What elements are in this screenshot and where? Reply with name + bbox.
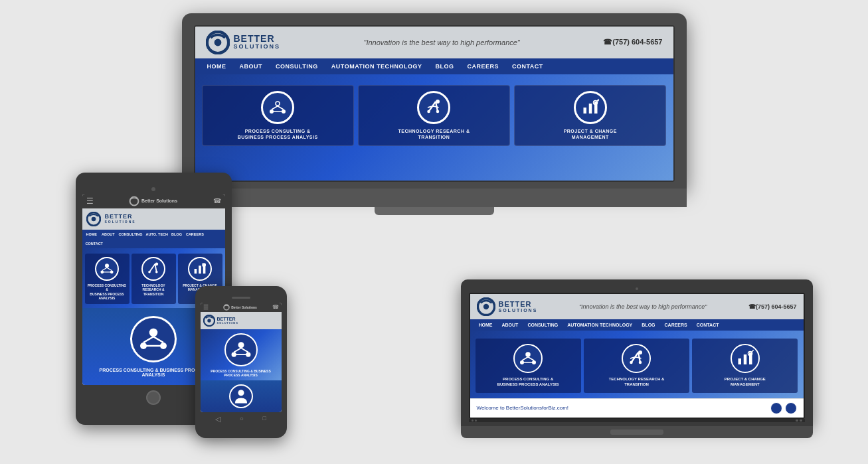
tablet-brand-name: Better Solutions [141, 198, 177, 203]
svg-line-38 [153, 337, 163, 343]
laptop-logo-solutions: SOLUTIONS [499, 308, 538, 313]
phone-hamburger-icon[interactable]: ☰ [203, 304, 209, 311]
tablet-logo-text: BETTER SOLUTIONS [105, 214, 136, 224]
laptop-thumb-1 [770, 402, 782, 414]
svg-line-37 [143, 337, 153, 343]
nav-about[interactable]: ABOUT [233, 58, 270, 74]
tablet-nav-home[interactable]: HOME [84, 230, 100, 239]
svg-line-24 [102, 268, 107, 270]
phone-service-icon [224, 333, 258, 366]
laptop-frame: BETTER SOLUTIONS "Innovation is the best… [461, 279, 813, 426]
tablet-phone-icon[interactable]: ☎ [213, 197, 221, 204]
laptop-service-icon-2 [622, 344, 651, 373]
monitor-stand [182, 189, 687, 207]
monitor-logo-icon [206, 31, 230, 54]
monitor-services: PROCESS CONSULTING &BUSINESS PROCESS ANA… [195, 74, 673, 153]
svg-point-1 [214, 39, 221, 46]
laptop-welcome-text: Welcome to BetterSolutionsforBiz.com! [477, 405, 569, 411]
svg-rect-62 [744, 354, 747, 364]
tablet-nav: HOME ABOUT CONSULTING AUTO. TECH BLOG CA… [82, 230, 225, 248]
tablet-service-2: TECHNOLOGY RESEARCH &TRANSITION [131, 254, 176, 304]
svg-point-34 [149, 328, 158, 337]
laptop-services: PROCESS CONSULTING &BUSINESS PROCESS ANA… [476, 339, 798, 393]
phone-person-icon [229, 384, 253, 408]
nav-consulting[interactable]: CONSULTING [269, 58, 325, 74]
phone-recents-icon[interactable]: □ [263, 415, 266, 424]
monitor-phone: ☎(757) 604-5657 [603, 38, 662, 46]
monitor-logo: BETTER SOLUTIONS [206, 31, 281, 54]
tablet-nav-blog[interactable]: BLOG [169, 230, 184, 239]
svg-line-25 [107, 268, 112, 270]
laptop-logo-better: BETTER [499, 300, 538, 308]
phone-logo-icon [203, 315, 215, 327]
svg-point-49 [238, 390, 244, 396]
laptop-nav-contact[interactable]: CONTACT [692, 319, 724, 331]
laptop-service-label-1: PROCESS CONSULTING &BUSINESS PROCESS ANA… [479, 376, 578, 388]
svg-point-21 [105, 264, 109, 268]
laptop-nav-blog[interactable]: BLOG [637, 319, 659, 331]
monitor-service-icon-1 [261, 91, 294, 124]
svg-line-46 [234, 348, 241, 352]
laptop-service-label-2: TECHNOLOGY RESEARCH &TRANSITION [587, 376, 686, 388]
tablet-service-icon-2 [141, 257, 165, 281]
svg-rect-30 [195, 269, 197, 273]
monitor-site-header: BETTER SOLUTIONS "Innovation is the best… [195, 27, 673, 58]
phone-phone-icon[interactable]: ☎ [272, 304, 279, 310]
svg-rect-13 [589, 104, 592, 114]
tablet-nav-careers[interactable]: CAREERS [184, 230, 206, 239]
monitor: BETTER SOLUTIONS "Innovation is the best… [182, 13, 687, 215]
tablet-nav-about[interactable]: ABOUT [100, 230, 117, 239]
monitor-nav: HOME ABOUT CONSULTING AUTOMATION TECHNOL… [195, 58, 673, 74]
phone-screen: ☰ Better Solutions ☎ [201, 303, 282, 412]
monitor-service-1: PROCESS CONSULTING &BUSINESS PROCESS ANA… [202, 85, 354, 146]
nav-home[interactable]: HOME [201, 58, 233, 74]
laptop-status-dot-2 [475, 420, 477, 422]
nav-blog[interactable]: BLOG [429, 58, 461, 74]
laptop-nav-about[interactable]: ABOUT [497, 319, 523, 331]
laptop-status-bar-right2 [800, 420, 802, 422]
laptop-nav-automation[interactable]: AUTOMATION TECHNOLOGY [563, 319, 637, 331]
laptop-logo: BETTER SOLUTIONS [477, 297, 538, 316]
phone-home-icon[interactable]: ○ [240, 415, 244, 424]
laptop-site-header: BETTER SOLUTIONS "Innovation is the best… [470, 294, 804, 319]
svg-point-29 [155, 271, 158, 273]
phone-frame: ☰ Better Solutions ☎ [195, 286, 287, 438]
tablet-nav-consulting[interactable]: CONSULTING [117, 230, 145, 239]
tablet-hamburger-icon[interactable]: ☰ [86, 196, 94, 206]
tablet-logo: BETTER SOLUTIONS [86, 212, 136, 226]
tablet-service-icon-3 [188, 257, 212, 281]
monitor-screen: BETTER SOLUTIONS "Innovation is the best… [194, 25, 675, 182]
laptop-service-3: PROJECT & CHANGEMANAGEMENT [692, 339, 798, 393]
laptop-status-bar [469, 419, 805, 422]
svg-line-55 [522, 356, 528, 360]
nav-contact[interactable]: CONTACT [505, 58, 550, 74]
laptop-thumbnails [770, 402, 797, 414]
nav-automation[interactable]: AUTOMATION TECHNOLOGY [325, 58, 429, 74]
monitor-logo-better: BETTER [234, 34, 281, 44]
svg-line-56 [528, 356, 534, 360]
tablet-service-icon-1 [95, 257, 119, 281]
monitor-service-label-1: PROCESS CONSULTING &BUSINESS PROCESS ANA… [207, 128, 349, 140]
svg-line-65 [752, 350, 754, 352]
phone-back-icon[interactable]: ◁ [215, 415, 220, 424]
phone-hero: PROCESS CONSULTING & BUSINESS PROCESS AN… [201, 329, 282, 380]
laptop-nav-careers[interactable]: CAREERS [660, 319, 692, 331]
nav-careers[interactable]: CAREERS [461, 58, 506, 74]
tablet-service-label-2: TECHNOLOGY RESEARCH &TRANSITION [133, 283, 174, 297]
monitor-logo-text: BETTER SOLUTIONS [234, 34, 281, 50]
tablet-nav-automation[interactable]: AUTO. TECH [145, 230, 170, 239]
laptop-thumb-2 [785, 402, 797, 414]
svg-point-59 [630, 360, 634, 364]
monitor-base [375, 207, 494, 215]
laptop-service-1: PROCESS CONSULTING &BUSINESS PROCESS ANA… [476, 339, 581, 393]
laptop-nav-home[interactable]: HOME [474, 319, 497, 331]
laptop-nav-consulting[interactable]: CONSULTING [523, 319, 563, 331]
tablet-nav-contact[interactable]: CONTACT [84, 239, 105, 248]
laptop-trackpad[interactable] [610, 429, 663, 435]
laptop-hero: PROCESS CONSULTING &BUSINESS PROCESS ANA… [470, 331, 804, 398]
laptop-screen: BETTER SOLUTIONS "Innovation is the best… [469, 293, 805, 419]
tablet-main-icon [130, 316, 177, 362]
tablet-home-button[interactable] [146, 390, 161, 405]
scene: BETTER SOLUTIONS "Innovation is the best… [36, 13, 833, 451]
tablet-service-label-1: PROCESS CONSULTING &BUSINESS PROCESS ANA… [87, 283, 128, 301]
